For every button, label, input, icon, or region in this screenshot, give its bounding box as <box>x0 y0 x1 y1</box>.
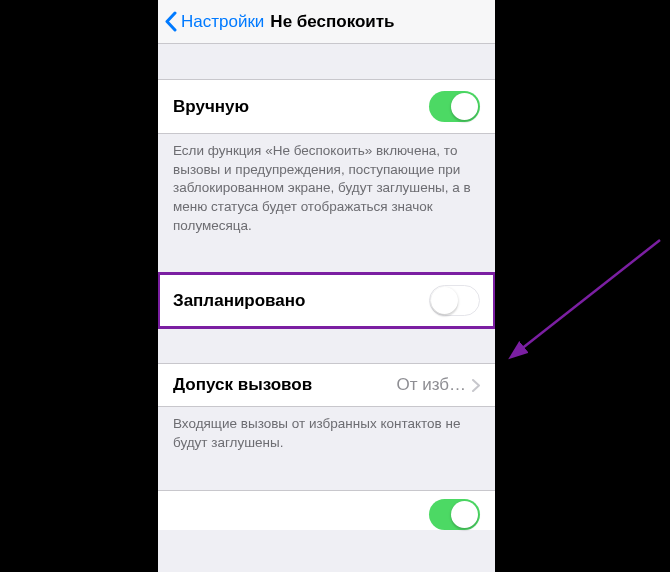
manual-switch[interactable] <box>429 91 480 122</box>
settings-screen: Настройки Не беспокоить Вручную Если фун… <box>158 0 495 572</box>
switch-knob <box>451 93 478 120</box>
chevron-right-icon <box>472 379 480 392</box>
allow-calls-label: Допуск вызовов <box>173 375 312 395</box>
switch-knob <box>451 501 478 528</box>
navbar: Настройки Не беспокоить <box>158 0 495 44</box>
next-row-peek[interactable] <box>158 490 495 530</box>
back-label: Настройки <box>181 12 264 32</box>
scheduled-switch[interactable] <box>429 285 480 316</box>
svg-line-0 <box>520 240 660 350</box>
scheduled-row[interactable]: Запланировано <box>158 273 495 328</box>
back-button[interactable]: Настройки <box>164 11 264 32</box>
manual-row[interactable]: Вручную <box>158 79 495 134</box>
chevron-left-icon <box>164 11 177 32</box>
switch-knob <box>431 287 458 314</box>
page-title: Не беспокоить <box>270 12 394 32</box>
manual-label: Вручную <box>173 97 249 117</box>
next-row-switch[interactable] <box>429 499 480 530</box>
manual-footer: Если функция «Не беспокоить» включена, т… <box>158 134 495 243</box>
scheduled-label: Запланировано <box>173 291 305 311</box>
allow-calls-row[interactable]: Допуск вызовов От изб… <box>158 363 495 407</box>
allow-calls-footer: Входящие вызовы от избранных контактов н… <box>158 407 495 460</box>
annotation-arrow <box>510 230 670 374</box>
content: Вручную Если функция «Не беспокоить» вкл… <box>158 44 495 572</box>
allow-calls-value: От изб… <box>396 375 466 395</box>
